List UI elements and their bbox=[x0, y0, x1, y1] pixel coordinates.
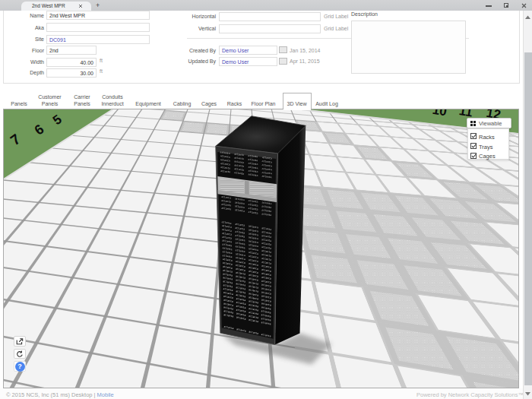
svg-text:10: 10 bbox=[432, 103, 448, 119]
